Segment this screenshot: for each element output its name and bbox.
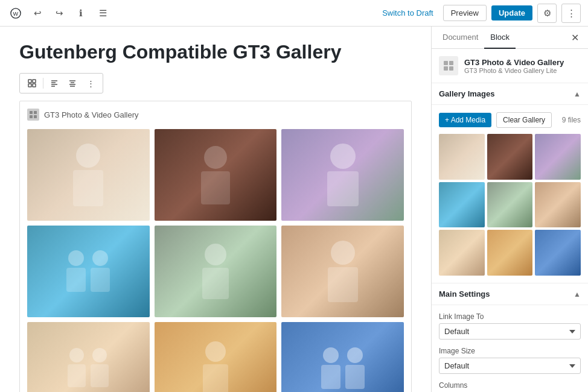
columns-label: Columns (439, 381, 581, 390)
more-block-options-button[interactable]: ⋮ (82, 75, 99, 91)
thumb-item[interactable] (487, 134, 533, 180)
align-center-button[interactable] (64, 75, 81, 91)
undo-button[interactable]: ↩ (29, 5, 46, 22)
gallery-item[interactable] (27, 322, 150, 392)
toolbar-divider (43, 78, 43, 89)
block-toolbar: ⋮ (19, 73, 103, 93)
thumb-item[interactable] (439, 182, 485, 228)
svg-rect-3 (33, 80, 36, 83)
svg-rect-17 (34, 115, 37, 118)
gallery-images-section: + Add Media Clear Gallery 9 files (432, 105, 588, 283)
info-button[interactable]: ℹ (72, 5, 89, 22)
svg-rect-5 (33, 84, 36, 87)
block-tab[interactable]: Block (484, 27, 516, 49)
svg-rect-18 (444, 61, 448, 65)
gallery-item[interactable] (155, 322, 277, 392)
svg-rect-2 (28, 80, 31, 83)
thumb-item[interactable] (535, 230, 581, 276)
plugin-subname: GT3 Photo & Video Gallery Lite (464, 67, 564, 74)
switch-draft-button[interactable]: Switch to Draft (377, 6, 438, 20)
thumbnail-grid (439, 134, 581, 276)
image-size-form-group: Image Size Default Thumbnail Medium Larg… (439, 347, 581, 374)
clear-gallery-button[interactable]: Clear Gallery (496, 112, 552, 128)
gallery-item[interactable] (281, 322, 404, 392)
svg-rect-15 (34, 111, 37, 114)
gallery-plugin-label: GT3 Photo & Video Gallery (44, 110, 139, 119)
page-title: Gutenberg Compatible GT3 Gallery (19, 41, 412, 63)
gallery-grid (27, 129, 404, 392)
image-size-select[interactable]: Default Thumbnail Medium Large Full (439, 358, 581, 374)
link-image-form-group: Link Image To Default None Media File At… (439, 312, 581, 340)
gallery-actions: + Add Media Clear Gallery 9 files (439, 112, 581, 128)
thumb-item[interactable] (439, 230, 485, 276)
update-button[interactable]: Update (491, 5, 532, 21)
top-bar: W ↩ ↪ ℹ ☰ Switch to Draft Preview Update… (0, 0, 588, 27)
thumb-item[interactable] (487, 230, 533, 276)
align-left-button[interactable] (46, 75, 63, 91)
link-image-label: Link Image To (439, 312, 581, 321)
main-settings-section: Link Image To Default None Media File At… (432, 305, 588, 392)
svg-rect-14 (30, 111, 33, 114)
plugin-icon (439, 56, 458, 75)
link-image-select[interactable]: Default None Media File Attachment Page (439, 323, 581, 340)
main-settings-header[interactable]: Main Settings ▲ (432, 283, 588, 305)
more-options-button[interactable]: ⋮ (561, 4, 581, 23)
svg-rect-16 (30, 115, 33, 118)
columns-form-group: Columns (439, 381, 581, 390)
wp-logo-button[interactable]: W (7, 5, 24, 22)
document-tab[interactable]: Document (436, 27, 484, 49)
gallery-item[interactable] (155, 129, 277, 221)
file-count: 9 files (562, 116, 581, 124)
main-settings-title: Main Settings (439, 289, 490, 299)
plugin-info: GT3 Photo & Video Gallery GT3 Photo & Vi… (432, 49, 588, 83)
editor-area: Gutenberg Compatible GT3 Gallery ⋮ GT3 P… (0, 27, 431, 392)
gallery-images-chevron: ▲ (574, 90, 581, 98)
sidebar-close-button[interactable]: ✕ (566, 29, 583, 46)
gallery-item[interactable] (155, 226, 277, 317)
svg-rect-19 (449, 61, 453, 65)
settings-button[interactable]: ⚙ (537, 4, 557, 23)
block-icon-button[interactable] (24, 75, 40, 91)
list-view-button[interactable]: ☰ (94, 5, 111, 22)
svg-rect-21 (449, 66, 453, 71)
gallery-item[interactable] (281, 226, 404, 317)
top-bar-right: Switch to Draft Preview Update ⚙ ⋮ (377, 4, 581, 23)
thumb-item[interactable] (487, 182, 533, 228)
svg-rect-20 (444, 66, 448, 71)
sidebar-panel: Document Block ✕ GT3 Photo & Video Galle… (431, 27, 588, 392)
redo-button[interactable]: ↪ (51, 5, 68, 22)
gallery-item[interactable] (27, 129, 150, 221)
thumb-item[interactable] (439, 134, 485, 180)
image-size-label: Image Size (439, 347, 581, 355)
gallery-images-header[interactable]: Gallery Images ▲ (432, 83, 588, 105)
main-settings-chevron: ▲ (574, 290, 581, 299)
add-media-button[interactable]: + Add Media (439, 113, 491, 127)
plugin-name: GT3 Photo & Video Gallery (464, 58, 564, 67)
gallery-images-title: Gallery Images (439, 89, 495, 98)
preview-button[interactable]: Preview (443, 5, 487, 21)
gallery-item[interactable] (281, 129, 404, 221)
svg-text:W: W (13, 10, 19, 16)
sidebar-tabs: Document Block ✕ (432, 27, 588, 49)
gallery-item[interactable] (27, 226, 150, 317)
gallery-block-icon (27, 109, 39, 121)
thumb-item[interactable] (535, 134, 581, 180)
svg-rect-4 (28, 84, 31, 87)
plugin-text: GT3 Photo & Video Gallery GT3 Photo & Vi… (464, 58, 564, 74)
thumb-item[interactable] (535, 182, 581, 228)
main-layout: Gutenberg Compatible GT3 Gallery ⋮ GT3 P… (0, 27, 588, 392)
gallery-block: GT3 Photo & Video Gallery (19, 101, 412, 392)
gallery-block-header: GT3 Photo & Video Gallery (27, 109, 404, 121)
top-bar-left: W ↩ ↪ ℹ ☰ (7, 5, 111, 22)
